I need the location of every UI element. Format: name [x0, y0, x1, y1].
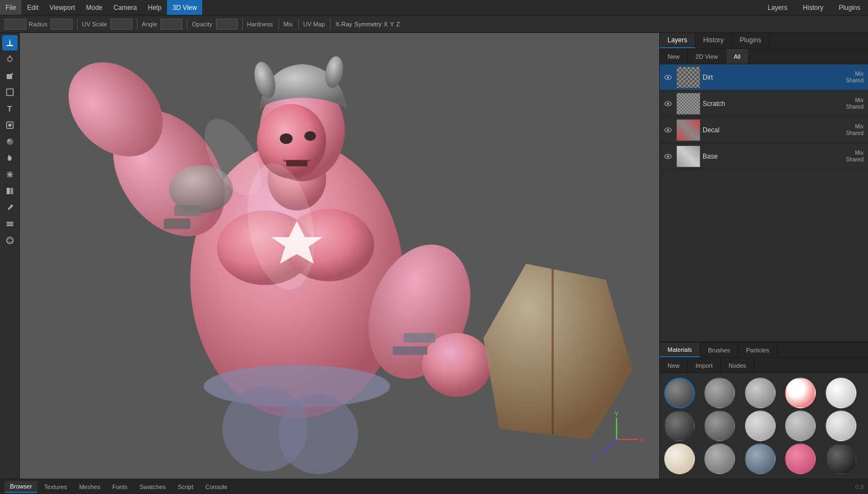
material-swatch-5[interactable] — [664, 411, 695, 441]
svg-text:Z: Z — [593, 454, 597, 462]
symmetry-btn[interactable]: Symmetry — [354, 21, 382, 27]
layers-all-btn[interactable]: All — [726, 49, 749, 64]
tool-smear[interactable] — [2, 52, 18, 67]
tool-stencil[interactable] — [2, 117, 18, 133]
tool-picker[interactable] — [2, 200, 18, 215]
menu-mode[interactable]: Mode — [81, 0, 108, 15]
tab-layers[interactable]: Layers — [660, 33, 695, 48]
status-tab-meshes[interactable]: Meshes — [74, 481, 106, 493]
panel-tabs: Layers History Plugins — [660, 33, 868, 49]
tool-sphere2[interactable] — [2, 233, 18, 248]
layer-item-scratch[interactable]: Scratch Mix Shared — [660, 91, 868, 117]
layers-2dview-btn[interactable]: 2D View — [688, 49, 726, 64]
material-swatch-2[interactable] — [745, 378, 776, 408]
sym-x-btn[interactable]: X — [384, 21, 388, 27]
material-swatch-14[interactable] — [826, 444, 856, 474]
status-tab-browser[interactable]: Browser — [4, 481, 37, 493]
uvscale-field: UV Scale 0 — [82, 19, 132, 30]
xray-btn[interactable]: X-Ray — [335, 21, 352, 27]
material-swatch-11[interactable] — [704, 444, 735, 474]
tool-layer-move[interactable] — [2, 216, 18, 232]
layer-item-decal[interactable]: Decal Mix Shared — [660, 117, 868, 143]
tool-text[interactable]: T — [2, 101, 18, 116]
menu-camera[interactable]: Camera — [108, 0, 143, 15]
status-tab-textures[interactable]: Textures — [38, 481, 73, 493]
materials-import-btn[interactable]: Import — [688, 358, 721, 373]
svg-point-42 — [304, 131, 316, 141]
status-bar: BrowserTexturesMeshesFontsSwatchesScript… — [0, 479, 868, 494]
material-swatch-6[interactable] — [704, 411, 735, 441]
material-swatch-4[interactable] — [826, 378, 856, 408]
material-swatch-3[interactable] — [785, 378, 816, 408]
layer-item-dirt[interactable]: Dirt Mix Shared — [660, 64, 868, 91]
material-swatch-0[interactable] — [664, 378, 695, 408]
tab-history[interactable]: History — [695, 33, 732, 48]
material-swatch-8[interactable] — [785, 411, 816, 441]
radius-field: Radius 1 — [29, 19, 73, 30]
status-tab-swatches[interactable]: Swatches — [134, 481, 171, 493]
layer-eye-decal[interactable] — [662, 124, 674, 136]
tool-sphere[interactable] — [2, 134, 18, 149]
tab-particles[interactable]: Particles — [738, 343, 777, 357]
menu-3dview[interactable]: 3D View — [167, 0, 202, 15]
materials-nodes-btn[interactable]: Nodes — [721, 358, 754, 373]
svg-rect-40 — [286, 160, 308, 166]
opacity-input[interactable]: 0.8 — [216, 19, 238, 30]
material-swatch-12[interactable] — [745, 444, 776, 474]
layer-shared-label: Shared — [846, 130, 864, 136]
layer-eye-dirt[interactable] — [662, 71, 674, 83]
tool-freeze[interactable] — [2, 167, 18, 182]
menu-history[interactable]: History — [795, 0, 831, 15]
layer-item-base[interactable]: Base Mix Shared — [660, 143, 868, 170]
tab-materials[interactable]: Materials — [660, 343, 700, 357]
layer-info-base: Base — [703, 153, 846, 160]
smear-icon — [5, 55, 14, 64]
toolbar: 0.5 Radius 1 UV Scale 0 Angle 1 Opacity … — [0, 15, 868, 33]
menu-layers[interactable]: Layers — [760, 0, 795, 15]
status-tab-console[interactable]: Console — [200, 481, 233, 493]
menu-viewport[interactable]: Viewport — [44, 0, 80, 15]
tool-grab[interactable] — [2, 150, 18, 166]
layer-mix-label: Mix — [855, 71, 864, 77]
menu-bar-right: Layers History Plugins — [760, 0, 868, 15]
material-swatch-13[interactable] — [785, 444, 816, 474]
tool-book[interactable] — [2, 183, 18, 199]
layer-eye-scratch[interactable] — [662, 98, 674, 110]
menu-help[interactable]: Help — [142, 0, 167, 15]
layer-info-dirt: Dirt — [703, 74, 846, 81]
material-swatch-7[interactable] — [745, 411, 776, 441]
layers-new-btn[interactable]: New — [660, 49, 688, 64]
tool-mask[interactable] — [2, 85, 18, 100]
mix-field: Mix — [283, 21, 294, 27]
menu-edit[interactable]: Edit — [21, 0, 44, 15]
layer-shared-row: Shared — [846, 77, 866, 83]
status-tab-fonts[interactable]: Fonts — [107, 481, 133, 493]
radius-input[interactable]: 1 — [51, 19, 73, 30]
materials-new-btn[interactable]: New — [660, 358, 688, 373]
status-tab-script[interactable]: Script — [173, 481, 199, 493]
svg-rect-32 — [164, 218, 191, 229]
svg-rect-20 — [7, 225, 13, 226]
svg-point-61 — [667, 103, 669, 105]
viewport[interactable]: X Y Z — [20, 33, 659, 479]
tool-paint[interactable] — [2, 35, 18, 50]
sphere-icon — [5, 137, 14, 146]
layer-eye-base[interactable] — [662, 150, 674, 162]
sym-z-btn[interactable]: Z — [396, 21, 400, 27]
angle-input[interactable]: 1 — [160, 19, 182, 30]
tab-brushes[interactable]: Brushes — [700, 343, 738, 357]
menu-plugins[interactable]: Plugins — [831, 0, 868, 15]
brush-icon — [5, 38, 14, 47]
material-swatch-10[interactable] — [664, 444, 695, 474]
svg-marker-6 — [11, 72, 13, 75]
tool-fill[interactable] — [2, 68, 18, 83]
tab-plugins[interactable]: Plugins — [732, 33, 769, 48]
material-swatch-1[interactable] — [704, 378, 735, 408]
layer-thumb-dirt — [676, 66, 700, 88]
uvscale-input[interactable]: 0 — [110, 19, 132, 30]
sym-y-btn[interactable]: Y — [390, 21, 394, 27]
menu-bar: File Edit Viewport Mode Camera Help 3D V… — [0, 0, 868, 15]
menu-file[interactable]: File — [0, 0, 21, 15]
size-input[interactable]: 0.5 — [4, 19, 26, 30]
material-swatch-9[interactable] — [826, 411, 856, 441]
